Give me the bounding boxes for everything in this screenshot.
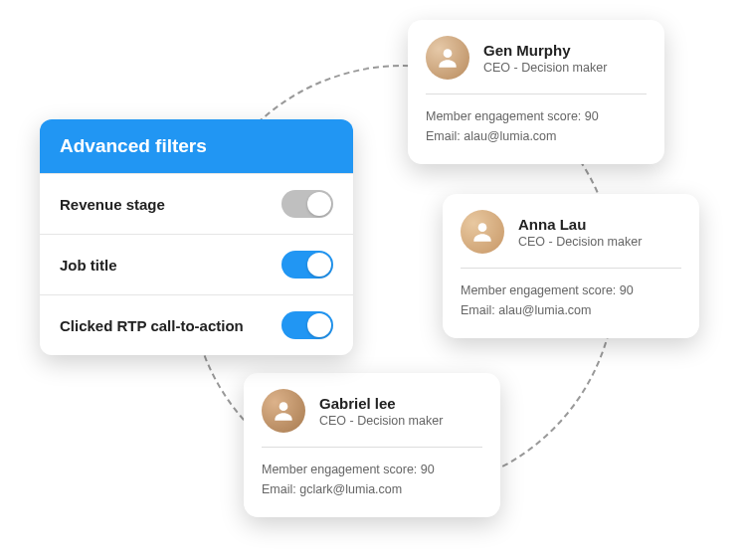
contact-role: CEO - Decision maker [518, 235, 642, 249]
avatar-icon [262, 389, 305, 433]
contact-score: Member engagement score: 90 [461, 280, 681, 300]
svg-point-1 [478, 223, 487, 232]
contact-email: Email: alau@lumia.com [426, 126, 647, 146]
filter-label: Clicked RTP call-to-action [60, 317, 244, 334]
svg-point-0 [444, 49, 453, 58]
contact-header: Gen Murphy CEO - Decision maker [426, 36, 647, 80]
avatar-icon [461, 210, 504, 254]
contact-name: Gen Murphy [483, 42, 607, 59]
contact-header: Gabriel lee CEO - Decision maker [262, 389, 482, 433]
toggle-job-title[interactable] [281, 251, 333, 279]
person-icon [469, 219, 495, 245]
toggle-clicked-rtp[interactable] [281, 311, 333, 339]
toggle-knob [307, 313, 331, 337]
toggle-revenue-stage[interactable] [281, 190, 333, 218]
contact-header: Anna Lau CEO - Decision maker [461, 210, 681, 254]
filter-row-job-title: Job title [40, 234, 353, 294]
toggle-knob [307, 192, 331, 216]
filters-title: Advanced filters [40, 119, 353, 173]
contact-role: CEO - Decision maker [483, 61, 607, 75]
toggle-knob [307, 253, 331, 277]
contact-card[interactable]: Gen Murphy CEO - Decision maker Member e… [408, 20, 664, 164]
divider [426, 93, 647, 94]
contact-email: Email: alau@lumia.com [461, 300, 681, 320]
person-icon [435, 45, 461, 71]
contact-name: Gabriel lee [319, 395, 443, 412]
contact-card[interactable]: Gabriel lee CEO - Decision maker Member … [244, 373, 500, 517]
svg-point-2 [280, 402, 288, 411]
advanced-filters-panel: Advanced filters Revenue stage Job title… [40, 119, 353, 355]
filter-row-revenue-stage: Revenue stage [40, 173, 353, 234]
contact-name: Anna Lau [518, 216, 642, 233]
avatar-icon [426, 36, 469, 80]
person-icon [271, 398, 296, 424]
contact-card[interactable]: Anna Lau CEO - Decision maker Member eng… [443, 194, 699, 338]
contact-score: Member engagement score: 90 [426, 106, 647, 126]
contact-score: Member engagement score: 90 [262, 460, 482, 479]
divider [461, 268, 681, 269]
filter-label: Revenue stage [60, 196, 165, 213]
contact-role: CEO - Decision maker [319, 414, 443, 428]
filter-label: Job title [60, 257, 117, 274]
filter-row-clicked-rtp: Clicked RTP call-to-action [40, 294, 353, 355]
contact-email: Email: gclark@lumia.com [262, 479, 482, 499]
divider [262, 447, 482, 448]
